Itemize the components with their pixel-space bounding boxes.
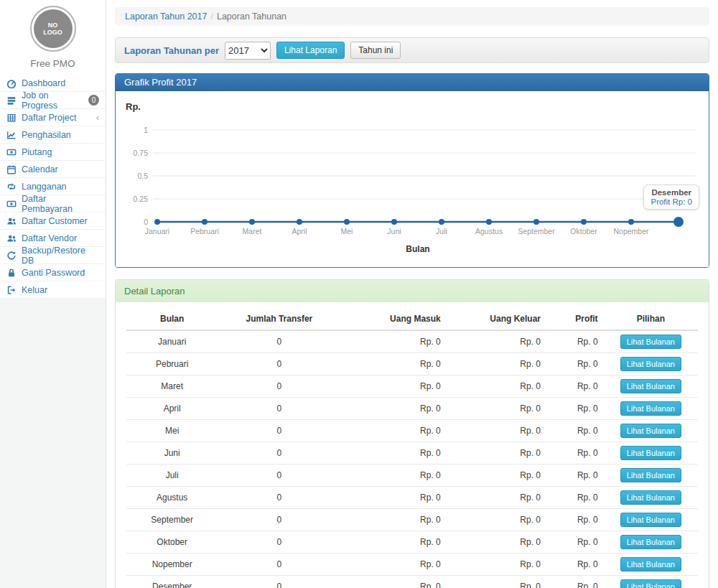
cell-jumlah-transfer: 0 (218, 531, 340, 554)
view-monthly-button-juli[interactable]: Lihat Bulanan (620, 468, 681, 482)
view-monthly-button-juni[interactable]: Lihat Bulanan (620, 446, 681, 460)
cell-jumlah-transfer: 0 (218, 465, 340, 487)
sidebar-item-label: Ganti Password (22, 268, 85, 278)
retweet-icon (6, 182, 17, 192)
cell-bulan: April (126, 398, 218, 420)
cell-jumlah-transfer: 0 (218, 420, 340, 442)
column-header-uang-masuk: Uang Masuk (340, 308, 446, 330)
cell-bulan: Agustus (126, 487, 218, 509)
cell-profit: Rp. 0 (546, 353, 604, 375)
profit-line-chart[interactable]: Rp.10.750.50.250JanuariPebruariMaretApri… (124, 100, 699, 256)
cell-uang-keluar: Rp. 0 (447, 531, 546, 554)
column-header-pilihan: Pilihan (604, 308, 698, 330)
calendar-icon (6, 164, 17, 174)
refresh-icon (6, 251, 17, 261)
svg-text:Agustus: Agustus (475, 227, 503, 235)
chart-panel-body: Rp.10.750.50.250JanuariPebruariMaretApri… (116, 91, 709, 267)
sidebar-item-label: Langganan (22, 182, 67, 192)
sidebar-item-calendar[interactable]: Calendar (0, 161, 106, 178)
sidebar-item-piutang[interactable]: Piutang (0, 144, 106, 161)
table-row: Juli0Rp. 0Rp. 0Rp. 0Lihat Bulanan (126, 465, 698, 487)
main-content: Laporan Tahun 2017/Laporan Tahunan Lapor… (106, 0, 718, 588)
sidebar-logo-block: NO LOGO Free PMO (0, 0, 106, 75)
view-monthly-button-nopember[interactable]: Lihat Bulanan (620, 557, 681, 571)
sidebar-item-label: Daftar Project (22, 113, 76, 123)
cell-bulan: Juli (126, 465, 218, 487)
svg-text:Nopember: Nopember (613, 227, 649, 235)
table-row: Juni0Rp. 0Rp. 0Rp. 0Lihat Bulanan (126, 442, 698, 465)
sidebar-item-daftar-vendor[interactable]: Daftar Vendor (0, 230, 106, 247)
cell-pilihan: Lihat Bulanan (604, 465, 698, 487)
svg-text:Oktober: Oktober (570, 227, 597, 235)
sidebar-item-langganan[interactable]: Langganan (0, 178, 106, 195)
view-monthly-button-april[interactable]: Lihat Bulanan (620, 401, 681, 416)
cell-profit: Rp. 0 (546, 375, 604, 398)
column-header-uang-keluar: Uang Keluar (447, 308, 546, 330)
view-monthly-button-januari[interactable]: Lihat Bulanan (620, 335, 681, 349)
breadcrumb-separator: / (207, 11, 216, 22)
report-table: BulanJumlah TransferUang MasukUang Kelua… (126, 308, 698, 588)
sidebar-item-label: Daftar Pembayaran (22, 194, 99, 214)
sidebar-item-keluar[interactable]: Keluar (0, 281, 106, 299)
cell-uang-keluar: Rp. 0 (447, 554, 546, 576)
brand-name: Free PMO (0, 58, 106, 69)
sidebar-item-backup-restore-db[interactable]: Backup/Restore DB (0, 247, 106, 264)
svg-text:0.25: 0.25 (134, 195, 149, 203)
cell-uang-masuk: Rp. 0 (340, 576, 446, 588)
this-year-button[interactable]: Tahun ini (350, 42, 401, 59)
cell-bulan: Pebruari (126, 353, 218, 375)
sidebar-item-dashboard[interactable]: Dashboard (0, 75, 106, 92)
money-icon (6, 199, 17, 209)
cell-jumlah-transfer: 0 (218, 330, 340, 353)
cell-uang-keluar: Rp. 0 (447, 465, 546, 487)
report-panel-title: Detail Laporan (116, 280, 709, 302)
view-monthly-button-pebruari[interactable]: Lihat Bulanan (620, 357, 681, 371)
cell-uang-keluar: Rp. 0 (447, 487, 546, 509)
cell-bulan: Maret (126, 375, 218, 398)
view-monthly-button-mei[interactable]: Lihat Bulanan (620, 424, 681, 438)
cell-bulan: Mei (126, 420, 218, 442)
sidebar-item-daftar-pembayaran[interactable]: Daftar Pembayaran (0, 195, 106, 213)
cell-pilihan: Lihat Bulanan (604, 442, 698, 465)
svg-text:Rp.: Rp. (126, 101, 141, 112)
table-row: Agustus0Rp. 0Rp. 0Rp. 0Lihat Bulanan (126, 487, 698, 509)
table-row: Mei0Rp. 0Rp. 0Rp. 0Lihat Bulanan (126, 420, 698, 442)
sign-out-icon (6, 285, 17, 295)
view-monthly-button-maret[interactable]: Lihat Bulanan (620, 379, 681, 393)
sidebar-item-daftar-project[interactable]: Daftar Project‹ (0, 109, 106, 126)
cell-jumlah-transfer: 0 (218, 509, 340, 531)
table-header-row: BulanJumlah TransferUang MasukUang Kelua… (126, 308, 698, 330)
report-panel-body: BulanJumlah TransferUang MasukUang Kelua… (116, 302, 709, 588)
sidebar-item-ganti-password[interactable]: Ganti Password (0, 264, 106, 281)
breadcrumb: Laporan Tahun 2017/Laporan Tahunan (115, 7, 709, 26)
year-select[interactable]: 2017 (225, 42, 271, 60)
column-header-jumlah-transfer: Jumlah Transfer (218, 308, 340, 330)
cell-pilihan: Lihat Bulanan (604, 576, 698, 588)
sidebar-item-job-on-progress[interactable]: Job on Progress0 (0, 92, 106, 109)
cell-pilihan: Lihat Bulanan (604, 531, 698, 554)
users-icon (6, 216, 17, 226)
cell-jumlah-transfer: 0 (218, 576, 340, 588)
cell-uang-masuk: Rp. 0 (340, 554, 446, 576)
sidebar-item-penghasilan[interactable]: Penghasilan (0, 126, 106, 144)
cell-uang-masuk: Rp. 0 (340, 487, 446, 509)
cell-jumlah-transfer: 0 (218, 375, 340, 398)
cell-pilihan: Lihat Bulanan (604, 330, 698, 353)
cell-profit: Rp. 0 (546, 465, 604, 487)
cell-uang-masuk: Rp. 0 (340, 531, 446, 554)
view-monthly-button-agustus[interactable]: Lihat Bulanan (620, 490, 681, 505)
sidebar-item-daftar-customer[interactable]: Daftar Customer (0, 213, 106, 230)
job-count-badge: 0 (88, 95, 99, 106)
sidebar-item-label: Job on Progress (22, 90, 83, 111)
report-panel: Detail Laporan BulanJumlah TransferUang … (115, 279, 709, 588)
breadcrumb-link[interactable]: Laporan Tahun 2017 (125, 11, 207, 22)
cell-uang-keluar: Rp. 0 (447, 375, 546, 398)
breadcrumb-current: Laporan Tahunan (217, 11, 286, 22)
view-report-button[interactable]: Lihat Laporan (276, 42, 345, 59)
cell-uang-masuk: Rp. 0 (340, 398, 446, 420)
view-monthly-button-oktober[interactable]: Lihat Bulanan (620, 535, 681, 549)
money-icon (6, 147, 17, 157)
view-monthly-button-desember[interactable]: Lihat Bulanan (620, 579, 681, 588)
table-icon (6, 113, 17, 123)
view-monthly-button-september[interactable]: Lihat Bulanan (620, 513, 681, 527)
